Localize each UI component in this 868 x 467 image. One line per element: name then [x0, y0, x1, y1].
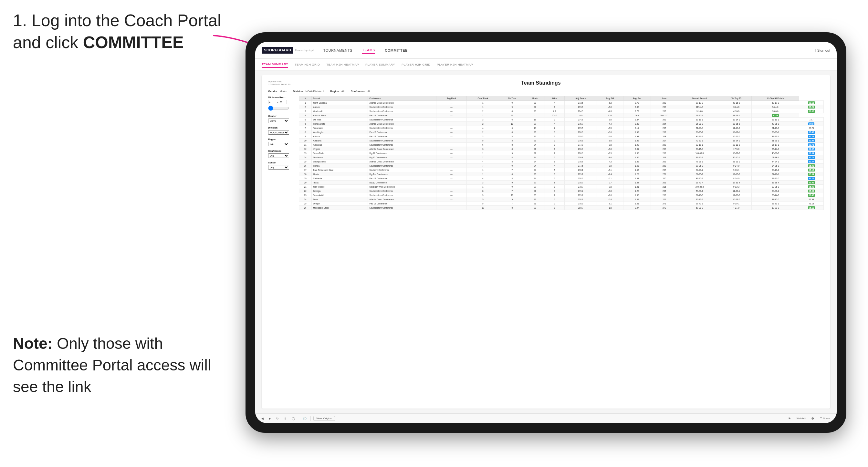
table-cell: 6: [545, 147, 565, 151]
expand-icon[interactable]: ✠: [810, 416, 815, 421]
table-cell: 9: [499, 181, 525, 185]
step-instruction: 1. Log into the Coach Portal and click C…: [13, 10, 232, 53]
subnav-player-h2h-grid[interactable]: PLAYER H2H GRID: [402, 61, 430, 67]
table-cell: 3: [467, 134, 499, 138]
table-cell: Atlantic Coast Conference: [368, 197, 436, 201]
logo-subtext: Powered by clippd: [295, 49, 313, 51]
table-cell: 16-21-0: [721, 134, 752, 138]
table-cell: 278.1: [565, 168, 597, 172]
table-cell: 27: [525, 151, 545, 155]
table-cell: —: [436, 143, 467, 147]
table-cell: 262: [651, 118, 678, 122]
table-cell: 23: [525, 206, 545, 210]
region-select[interactable]: N/A: [268, 142, 289, 146]
table-cell: 1.85: [623, 151, 651, 155]
table-row: 15Georgia TechAtlantic Coast Conference—…: [299, 160, 824, 164]
table-cell: 8: [499, 143, 525, 147]
table-cell: 1.28: [623, 189, 651, 193]
table-cell: 87-21-2: [678, 168, 721, 172]
table-cell: 86.62: [799, 109, 824, 113]
range-slider[interactable]: [268, 105, 289, 111]
table-cell: 274.5: [565, 109, 597, 113]
division-select[interactable]: NCAA Division I: [268, 130, 289, 135]
table-cell: Texas Tech: [312, 151, 368, 155]
table-cell: -0.8: [597, 185, 623, 189]
table-cell: 83-25-1: [678, 176, 721, 181]
table-cell: 1.41: [623, 185, 651, 189]
standings-table-area: # School Conference Reg Rank Conf Rank N…: [299, 96, 824, 394]
share-btn[interactable]: ❐ Share: [818, 416, 832, 421]
table-cell: -5.1: [597, 168, 623, 172]
table-cell: 14: [299, 155, 312, 160]
view-original-btn[interactable]: View: Original: [313, 416, 335, 421]
table-cell: 277.0: [565, 143, 597, 147]
gender-select[interactable]: Men's: [268, 119, 289, 123]
table-cell: 7: [499, 201, 525, 206]
max-input[interactable]: [279, 100, 287, 104]
table-cell: —: [436, 101, 467, 105]
table-cell: 1.21: [623, 201, 651, 206]
table-cell: 33-25-2: [721, 122, 752, 126]
toolbar-back[interactable]: ◀: [260, 416, 265, 421]
table-cell: 279.2: [565, 189, 597, 193]
school-select[interactable]: (All): [268, 165, 289, 169]
standings-table: # School Conference Reg Rank Conf Rank N…: [299, 96, 824, 210]
table-cell: 24: [525, 143, 545, 147]
nav-teams[interactable]: TEAMS: [362, 47, 375, 54]
table-cell: Southeastern Conference: [368, 105, 436, 109]
table-cell: 276.3: [565, 130, 597, 134]
table-cell: 2: [545, 193, 565, 197]
subnav-player-h2h-heatmap[interactable]: PLAYER H2H HEATMAP: [437, 61, 473, 67]
gender-value: Men's: [280, 90, 286, 93]
table-cell: 80.23: [799, 134, 824, 138]
table-cell: 21-19-0: [752, 126, 799, 130]
table-cell: 276.0: [565, 147, 597, 151]
table-cell: 6.2: [545, 109, 565, 113]
toolbar-forward[interactable]: ▶: [268, 416, 272, 421]
nav-tournaments[interactable]: TOURNAMENTS: [323, 47, 352, 54]
table-cell: Atlantic Coast Conference: [368, 122, 436, 126]
table-cell: 15-32-2: [721, 151, 752, 155]
filter-group-school: School (All): [268, 161, 294, 169]
tablet-screen: SCOREBOARD Powered by clippd TOURNAMENTS…: [255, 42, 837, 423]
table-cell: 262: [651, 101, 678, 105]
subnav-team-h2h-grid[interactable]: TEAM H2H GRID: [294, 61, 320, 67]
toolbar-clock[interactable]: 🕐: [302, 416, 308, 421]
table-cell: 10: [299, 138, 312, 143]
nav-committee[interactable]: COMMITTEE: [385, 47, 408, 54]
col-reg-rank: Reg Rank: [436, 96, 467, 101]
table-cell: 258: [651, 164, 678, 168]
watch-btn[interactable]: Watch ▾: [795, 416, 808, 421]
table-cell: 22: [299, 189, 312, 193]
table-cell: 10-23-0: [721, 197, 752, 201]
table-cell: 27-17-1: [752, 172, 799, 176]
subnav-team-h2h-heatmap[interactable]: TEAM H2H HEATMAP: [326, 61, 359, 67]
subnav-team-summary[interactable]: TEAM SUMMARY: [262, 61, 288, 68]
table-cell: 76-26-1: [678, 160, 721, 164]
filter-group-gender: Gender Men's: [268, 115, 294, 123]
gender-filter-label: Gender: [268, 115, 294, 118]
table-cell: 44-24-1: [752, 160, 799, 164]
table-cell: 278.5: [565, 201, 597, 206]
table-cell: 277.5: [565, 164, 597, 168]
toolbar-share2[interactable]: ⇧: [283, 416, 288, 421]
table-cell: 8: [499, 109, 525, 113]
table-cell: 11-38-2: [721, 193, 752, 197]
table-cell: 83.49: [799, 130, 824, 134]
sign-out-link[interactable]: | Sign out: [815, 49, 830, 52]
min-input[interactable]: [268, 100, 276, 104]
conference-select[interactable]: (All): [268, 153, 289, 158]
table-cell: 80.9: [799, 122, 824, 126]
toolbar-bookmark[interactable]: ◯: [290, 416, 296, 421]
table-cell: -6.0: [597, 147, 623, 151]
subnav-player-summary[interactable]: PLAYER SUMMARY: [365, 61, 395, 67]
table-cell: 24: [525, 164, 545, 168]
logo-area: SCOREBOARD Powered by clippd: [262, 47, 314, 54]
table-row: 3VanderbiltSoutheastern Conference—28266…: [299, 109, 824, 113]
table-cell: 82.27: [799, 176, 824, 181]
toolbar-sep1: [299, 416, 299, 421]
region-filter-display: Region: All: [330, 90, 344, 93]
toolbar-refresh[interactable]: ↻: [275, 416, 280, 421]
table-cell: Washington: [312, 130, 368, 134]
app-chrome: SCOREBOARD Powered by clippd TOURNAMENTS…: [255, 42, 837, 423]
